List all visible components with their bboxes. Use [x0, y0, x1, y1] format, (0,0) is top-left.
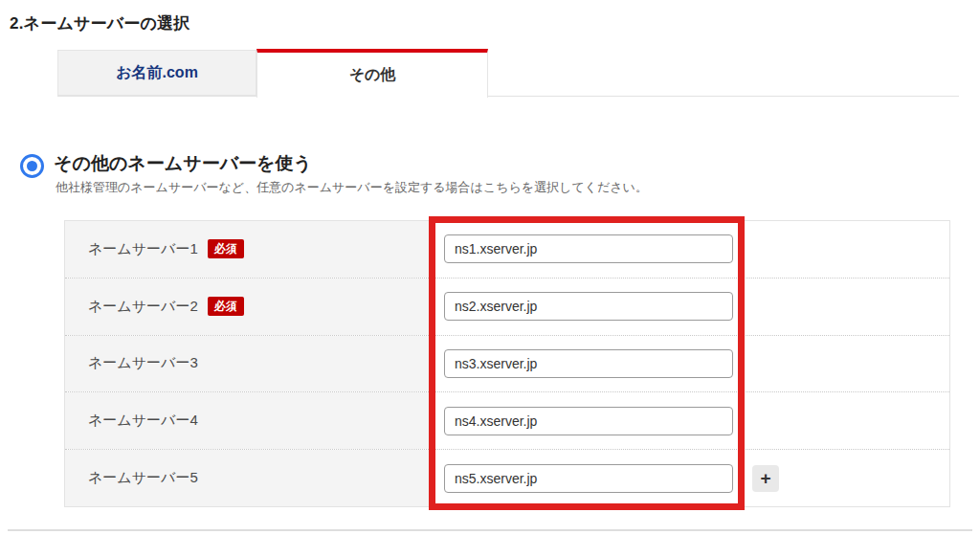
nameserver-3-label-cell: ネームサーバー3 [65, 336, 434, 392]
table-row-nameserver-2: ネームサーバー2 必須 [65, 278, 949, 335]
section-title: 2.ネームサーバーの選択 [10, 12, 190, 34]
nameserver-3-input[interactable] [444, 349, 733, 378]
other-nameserver-radio[interactable] [20, 154, 44, 178]
nameserver-5-input[interactable] [444, 464, 733, 493]
table-row-nameserver-3: ネームサーバー3 [65, 335, 949, 392]
nameserver-1-input[interactable] [444, 234, 733, 263]
required-badge: 必須 [208, 297, 244, 316]
tab-other-label: その他 [349, 65, 396, 85]
plus-icon: + [760, 469, 770, 487]
nameserver-1-label: ネームサーバー1 [88, 240, 198, 258]
nameserver-table: ネームサーバー1 必須 ネームサーバー2 必須 ネームサーバー3 [64, 220, 950, 507]
tab-onamae-com[interactable]: お名前.com [57, 50, 256, 96]
nameserver-1-label-cell: ネームサーバー1 必須 [65, 221, 434, 278]
tab-onamae-com-label: お名前.com [116, 63, 198, 83]
radio-option-description: 他社様管理のネームサーバーなど、任意のネームサーバーを設定する場合はこちらを選択… [56, 179, 648, 196]
nameserver-4-label-cell: ネームサーバー4 [65, 392, 434, 449]
required-badge: 必須 [208, 239, 244, 258]
nameserver-4-input-cell [434, 392, 949, 449]
nameserver-5-label-cell: ネームサーバー5 [65, 450, 434, 506]
nameserver-2-label-cell: ネームサーバー2 必須 [65, 279, 434, 335]
table-row-nameserver-1: ネームサーバー1 必須 [65, 221, 949, 278]
nameserver-2-label: ネームサーバー2 [88, 298, 198, 316]
nameserver-2-input[interactable] [444, 292, 733, 321]
nameserver-4-input[interactable] [444, 407, 733, 435]
bottom-divider [8, 529, 972, 531]
tabbar-bottom-line [57, 96, 959, 97]
nameserver-5-input-cell: + [434, 450, 949, 506]
nameserver-3-input-cell [434, 336, 949, 392]
tab-other[interactable]: その他 [256, 49, 488, 98]
nameserver-3-label: ネームサーバー3 [88, 354, 198, 372]
nameserver-selection-screen: 2.ネームサーバーの選択 お名前.com その他 その他のネームサーバーを使う … [0, 0, 980, 535]
nameserver-1-input-cell [434, 221, 949, 278]
radio-selected-dot-icon [27, 161, 37, 171]
radio-option-heading[interactable]: その他のネームサーバーを使う [54, 151, 312, 176]
table-row-nameserver-5: ネームサーバー5 + [65, 449, 949, 506]
add-nameserver-button[interactable]: + [752, 465, 779, 492]
nameserver-2-input-cell [434, 279, 949, 335]
nameserver-5-label: ネームサーバー5 [88, 469, 198, 487]
nameserver-4-label: ネームサーバー4 [88, 412, 198, 430]
table-row-nameserver-4: ネームサーバー4 [65, 391, 949, 449]
